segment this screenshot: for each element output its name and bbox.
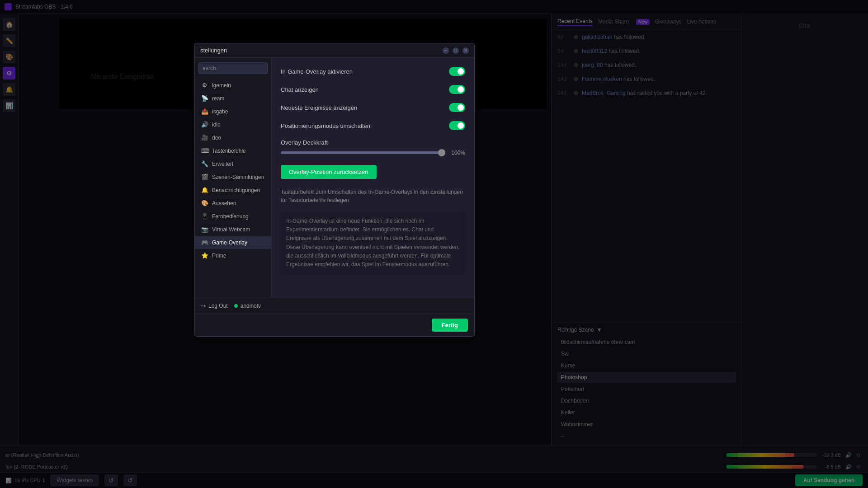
info-block: In-Game-Overlay ist eine neue Funktion, … xyxy=(281,211,465,274)
nav-icon-aussehen: 🎨 xyxy=(201,200,208,206)
nav-label-virtual-webcam: Virtual Webcam xyxy=(212,226,250,233)
btn-fertig[interactable]: Fertig xyxy=(432,319,468,332)
logout-icon: ↪ xyxy=(201,303,206,309)
nav-icon-benachrichtigungen: 🔔 xyxy=(201,187,208,193)
nav-label-tastenbefehle: Tastenbefehle xyxy=(212,148,246,154)
setting-label-3: Positionierungsmodus umschalten xyxy=(281,122,370,129)
nav-label-game-overlay: Game-Overlay xyxy=(212,239,247,246)
btn-reset-overlay[interactable]: Overlay-Position zurücksetzen xyxy=(281,165,377,179)
settings-nav-item-fernbedienung[interactable]: 📱 Fernbedienung xyxy=(195,210,271,223)
nav-icon-fernbedienung: 📱 xyxy=(201,213,208,220)
toggle-0[interactable] xyxy=(449,67,465,76)
settings-nav-item-allgemein[interactable]: ⚙ lgemein xyxy=(195,79,271,92)
nav-icon-prime: ⭐ xyxy=(201,252,208,259)
settings-nav-item-ausgabe[interactable]: 📤 isgabe xyxy=(195,105,271,118)
nav-icon-tastenbefehle: ⌨ xyxy=(201,147,208,154)
settings-titlebar: stellungen − □ ✕ xyxy=(195,43,474,58)
nav-icon-video: 🎥 xyxy=(201,134,208,141)
nav-icon-virtual-webcam: 📷 xyxy=(201,226,208,233)
nav-icon-szenen: 🎬 xyxy=(201,174,208,180)
setting-toggle-row-0: In-Game-Overlay aktivieren xyxy=(281,67,465,76)
settings-body: ⚙ lgemein 📡 ream 📤 isgabe 🔊 idio 🎥 deo ⌨… xyxy=(195,58,474,298)
nav-icon-allgemein: ⚙ xyxy=(201,82,208,89)
nav-label-allgemein: lgemein xyxy=(212,82,231,89)
settings-maximize-btn[interactable]: □ xyxy=(453,47,459,54)
slider-label: Overlay-Deckkraft xyxy=(281,139,465,146)
settings-nav-item-szenen[interactable]: 🎬 Szenen-Sammlungen xyxy=(195,170,271,183)
nav-label-erweitert: Erweitert xyxy=(212,161,233,167)
settings-close-btn[interactable]: ✕ xyxy=(462,47,469,54)
toggle-3[interactable] xyxy=(449,121,465,130)
setting-label-2: Neueste Ereignisse anzeigen xyxy=(281,104,357,111)
user-status-dot xyxy=(234,304,238,308)
settings-nav-item-video[interactable]: 🎥 deo xyxy=(195,131,271,144)
toggle-1[interactable] xyxy=(449,85,465,94)
nav-label-prime: Prime xyxy=(212,253,226,259)
slider-fill xyxy=(281,151,445,154)
hotkey-info: Tastaturbefekl zum Umschalten des In-Gam… xyxy=(281,188,465,204)
nav-label-ausgabe: isgabe xyxy=(212,108,228,115)
nav-label-szenen: Szenen-Sammlungen xyxy=(212,174,264,180)
settings-nav-item-prime[interactable]: ⭐ Prime xyxy=(195,249,271,262)
overlay-opacity-slider-row: Overlay-Deckkraft 100% xyxy=(281,139,465,156)
setting-label-1: Chat anzeigen xyxy=(281,86,319,93)
nav-label-benachrichtigungen: Benachrichtigungen xyxy=(212,187,260,193)
nav-label-aussehen: Aussehen xyxy=(212,200,236,206)
settings-nav-item-aussehen[interactable]: 🎨 Aussehen xyxy=(195,197,271,210)
setting-toggle-row-1: Chat anzeigen xyxy=(281,85,465,94)
nav-label-audio: idio xyxy=(212,122,221,128)
nav-icon-erweitert: 🔧 xyxy=(201,160,208,167)
nav-icon-audio: 🔊 xyxy=(201,121,208,128)
settings-titlebar-btns: − □ ✕ xyxy=(443,47,469,54)
toggle-2[interactable] xyxy=(449,103,465,112)
username-label: andinotv xyxy=(241,303,261,309)
settings-search-input[interactable] xyxy=(198,62,268,74)
setting-toggle-row-3: Positionierungsmodus umschalten xyxy=(281,121,465,130)
user-badge: andinotv xyxy=(234,303,261,309)
settings-nav-item-virtual-webcam[interactable]: 📷 Virtual Webcam xyxy=(195,223,271,236)
nav-icon-game-overlay: 🎮 xyxy=(201,239,208,246)
settings-title: stellungen xyxy=(200,47,227,54)
settings-nav-item-benachrichtigungen[interactable]: 🔔 Benachrichtigungen xyxy=(195,183,271,197)
nav-label-stream: ream xyxy=(212,95,224,102)
logout-label: Log Out xyxy=(208,303,228,309)
slider-value: 100% xyxy=(449,150,465,156)
nav-icon-ausgabe: 📤 xyxy=(201,108,208,115)
settings-nav-item-tastenbefehle[interactable]: ⌨ Tastenbefehle xyxy=(195,144,271,157)
settings-nav-item-audio[interactable]: 🔊 idio xyxy=(195,118,271,131)
slider-track[interactable] xyxy=(281,151,445,154)
btn-logout[interactable]: ↪ Log Out xyxy=(201,303,228,309)
settings-nav-item-game-overlay[interactable]: 🎮 Game-Overlay xyxy=(195,236,271,249)
settings-nav-item-stream[interactable]: 📡 ream xyxy=(195,92,271,105)
nav-label-video: deo xyxy=(212,135,221,141)
settings-content: In-Game-Overlay aktivieren Chat anzeigen… xyxy=(272,58,474,298)
slider-thumb[interactable] xyxy=(438,149,445,156)
setting-toggle-row-2: Neueste Ereignisse anzeigen xyxy=(281,103,465,112)
nav-icon-stream: 📡 xyxy=(201,95,208,102)
slider-container: 100% xyxy=(281,150,465,156)
settings-nav: ⚙ lgemein 📡 ream 📤 isgabe 🔊 idio 🎥 deo ⌨… xyxy=(195,58,272,298)
settings-minimize-btn[interactable]: − xyxy=(443,47,449,54)
nav-label-fernbedienung: Fernbedienung xyxy=(212,213,249,220)
settings-nav-item-erweitert[interactable]: 🔧 Erweitert xyxy=(195,157,271,170)
settings-window: stellungen − □ ✕ ⚙ lgemein 📡 ream 📤 isga… xyxy=(194,43,475,337)
setting-label-0: In-Game-Overlay aktivieren xyxy=(281,68,353,75)
settings-bottom-row: ↪ Log Out andinotv xyxy=(195,298,474,314)
settings-footer: Fertig xyxy=(195,314,474,336)
